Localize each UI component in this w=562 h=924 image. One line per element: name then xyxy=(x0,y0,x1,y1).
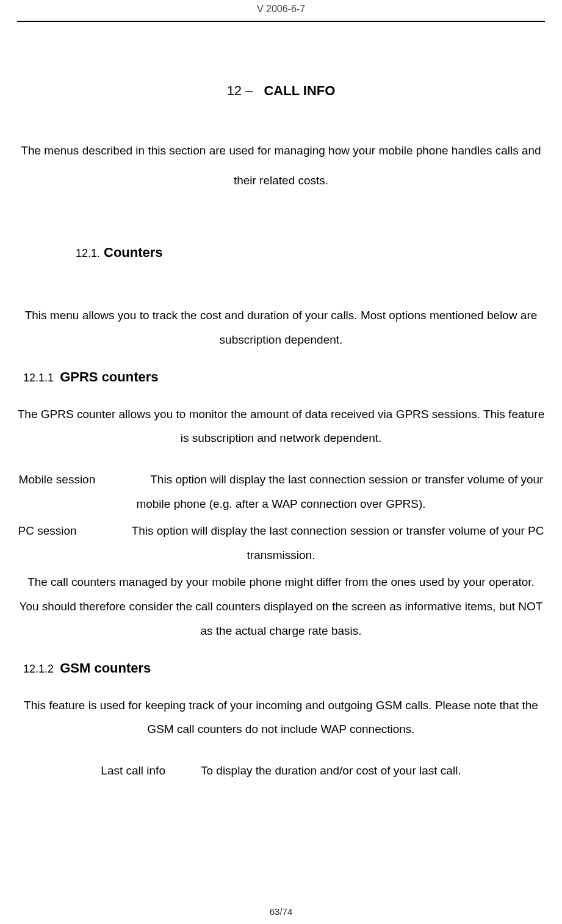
subsubsection-number: 12.1.2 xyxy=(23,663,54,675)
subsection-title: Counters xyxy=(104,245,163,260)
header-rule xyxy=(17,21,545,22)
gprs-intro: The GPRS counter allows you to monitor t… xyxy=(17,402,545,451)
subsubsection-number: 12.1.1 xyxy=(23,372,54,384)
gprs-disclaimer: The call counters managed by your mobile… xyxy=(17,570,545,643)
definition-term: PC session xyxy=(18,524,77,537)
subsubsection-heading-gsm: 12.1.2 GSM counters xyxy=(23,660,545,676)
definition-term: Last call info xyxy=(101,764,165,777)
gsm-intro: This feature is used for keeping track o… xyxy=(17,693,545,742)
definition-description: This option will display the last connec… xyxy=(136,473,543,510)
definition-row: Last call infoTo display the duration an… xyxy=(17,759,545,783)
section-number: 12 – xyxy=(227,83,253,98)
definition-description: This option will display the last connec… xyxy=(132,524,544,561)
section-intro: The menus described in this section are … xyxy=(17,135,545,196)
definition-row: PC sessionThis option will display the l… xyxy=(17,519,545,568)
subsubsection-title: GPRS counters xyxy=(60,369,158,384)
definition-row: Mobile sessionThis option will display t… xyxy=(17,467,545,516)
header-version: V 2006-6-7 xyxy=(17,0,545,21)
subsection-number: 12.1. xyxy=(76,247,100,259)
page-number: 63/74 xyxy=(0,906,562,917)
subsection-intro: This menu allows you to track the cost a… xyxy=(17,303,545,352)
definition-description: To display the duration and/or cost of y… xyxy=(201,764,461,777)
section-name: CALL INFO xyxy=(264,83,335,98)
section-title: 12 –CALL INFO xyxy=(17,83,545,99)
subsubsection-heading-gprs: 12.1.1 GPRS counters xyxy=(23,369,545,385)
definition-term: Mobile session xyxy=(19,473,96,486)
subsubsection-title: GSM counters xyxy=(60,660,151,676)
subsection-heading: 12.1.Counters xyxy=(76,245,545,261)
document-page: V 2006-6-7 12 –CALL INFO The menus descr… xyxy=(0,0,562,924)
